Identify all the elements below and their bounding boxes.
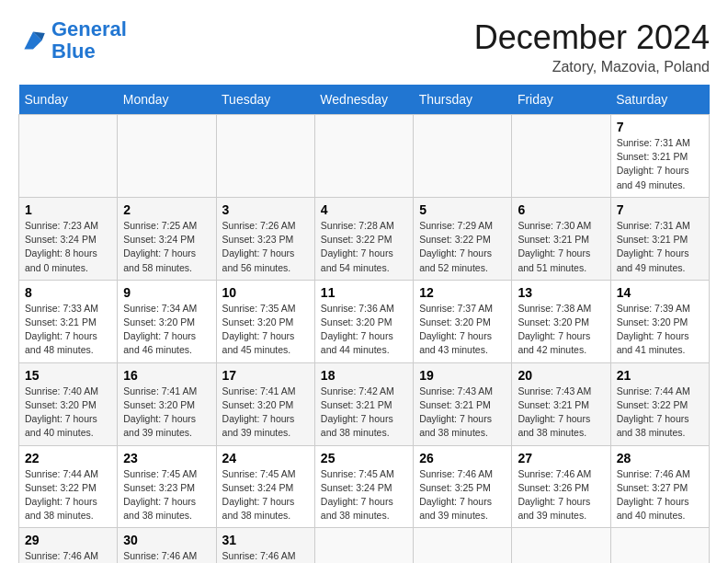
day-number: 20 (518, 368, 604, 383)
calendar-cell (610, 528, 709, 563)
day-number: 23 (123, 451, 210, 465)
day-info: Sunrise: 7:46 AMSunset: 3:27 PMDaylight:… (617, 467, 703, 523)
calendar-cell: 28Sunrise: 7:46 AMSunset: 3:27 PMDayligh… (610, 445, 709, 528)
day-header-wednesday: Wednesday (314, 85, 413, 115)
calendar-week-row: 22Sunrise: 7:44 AMSunset: 3:22 PMDayligh… (19, 445, 710, 528)
day-info: Sunrise: 7:25 AMSunset: 3:24 PMDaylight:… (123, 219, 210, 275)
calendar-table: SundayMondayTuesdayWednesdayThursdayFrid… (18, 85, 710, 563)
day-info: Sunrise: 7:42 AMSunset: 3:21 PMDaylight:… (321, 385, 407, 441)
day-info: Sunrise: 7:37 AMSunset: 3:20 PMDaylight:… (419, 302, 506, 358)
day-number: 1 (25, 202, 111, 217)
calendar-header-row: SundayMondayTuesdayWednesdayThursdayFrid… (19, 85, 710, 115)
logo: General Blue (18, 18, 127, 63)
day-info: Sunrise: 7:30 AMSunset: 3:21 PMDaylight:… (518, 219, 604, 275)
day-number: 10 (222, 285, 309, 300)
calendar-cell: 20Sunrise: 7:43 AMSunset: 3:21 PMDayligh… (512, 362, 610, 445)
calendar-cell: 17Sunrise: 7:41 AMSunset: 3:20 PMDayligh… (216, 362, 314, 445)
day-number: 17 (222, 368, 309, 383)
day-info: Sunrise: 7:36 AMSunset: 3:20 PMDaylight:… (321, 302, 407, 358)
day-header-monday: Monday (118, 85, 216, 115)
calendar-cell: 10Sunrise: 7:35 AMSunset: 3:20 PMDayligh… (216, 280, 314, 362)
logo-icon (18, 26, 48, 55)
calendar-cell: 7Sunrise: 7:31 AMSunset: 3:21 PMDaylight… (610, 115, 709, 198)
day-header-sunday: Sunday (19, 85, 118, 115)
day-number: 28 (617, 451, 703, 465)
day-info: Sunrise: 7:31 AMSunset: 3:21 PMDaylight:… (617, 219, 703, 275)
day-number: 2 (123, 202, 210, 217)
day-info: Sunrise: 7:41 AMSunset: 3:20 PMDaylight:… (123, 385, 210, 441)
calendar-cell (414, 528, 512, 563)
day-info: Sunrise: 7:33 AMSunset: 3:21 PMDaylight:… (25, 302, 111, 358)
day-number: 21 (617, 368, 703, 383)
calendar-cell: 22Sunrise: 7:44 AMSunset: 3:22 PMDayligh… (19, 445, 118, 528)
calendar-cell: 24Sunrise: 7:45 AMSunset: 3:24 PMDayligh… (216, 445, 314, 528)
location: Zatory, Mazovia, Poland (474, 59, 710, 75)
calendar-cell: 4Sunrise: 7:28 AMSunset: 3:22 PMDaylight… (314, 197, 413, 280)
day-info: Sunrise: 7:41 AMSunset: 3:20 PMDaylight:… (222, 385, 309, 441)
calendar-cell: 16Sunrise: 7:41 AMSunset: 3:20 PMDayligh… (118, 362, 216, 445)
day-number: 31 (222, 533, 309, 547)
day-info: Sunrise: 7:45 AMSunset: 3:24 PMDaylight:… (222, 467, 309, 523)
title-block: December 2024 Zatory, Mazovia, Poland (474, 18, 710, 75)
day-number: 19 (419, 368, 506, 383)
day-header-friday: Friday (512, 85, 610, 115)
day-header-thursday: Thursday (414, 85, 512, 115)
calendar-cell (19, 115, 118, 198)
day-number: 30 (123, 533, 210, 547)
day-number: 7 (617, 202, 703, 217)
calendar-cell: 21Sunrise: 7:44 AMSunset: 3:22 PMDayligh… (610, 362, 709, 445)
day-info: Sunrise: 7:44 AMSunset: 3:22 PMDaylight:… (25, 467, 111, 523)
calendar-week-row: 15Sunrise: 7:40 AMSunset: 3:20 PMDayligh… (19, 362, 710, 445)
calendar-cell (512, 115, 610, 198)
day-header-saturday: Saturday (610, 85, 709, 115)
logo-text: General Blue (51, 18, 127, 63)
calendar-cell: 29Sunrise: 7:46 AMSunset: 3:27 PMDayligh… (19, 528, 118, 563)
calendar-cell: 11Sunrise: 7:36 AMSunset: 3:20 PMDayligh… (314, 280, 413, 362)
day-info: Sunrise: 7:38 AMSunset: 3:20 PMDaylight:… (518, 302, 604, 358)
day-number: 12 (419, 285, 506, 300)
day-info: Sunrise: 7:40 AMSunset: 3:20 PMDaylight:… (25, 385, 111, 441)
calendar-cell: 3Sunrise: 7:26 AMSunset: 3:23 PMDaylight… (216, 197, 314, 280)
calendar-week-row: 1Sunrise: 7:23 AMSunset: 3:24 PMDaylight… (19, 197, 710, 280)
calendar-cell: 5Sunrise: 7:29 AMSunset: 3:22 PMDaylight… (414, 197, 512, 280)
calendar-cell: 1Sunrise: 7:23 AMSunset: 3:24 PMDaylight… (19, 197, 118, 280)
day-number: 8 (25, 285, 111, 300)
calendar-cell (314, 115, 413, 198)
day-info: Sunrise: 7:29 AMSunset: 3:22 PMDaylight:… (419, 219, 506, 275)
day-number: 25 (321, 451, 407, 465)
calendar-cell: 14Sunrise: 7:39 AMSunset: 3:20 PMDayligh… (610, 280, 709, 362)
calendar-cell: 9Sunrise: 7:34 AMSunset: 3:20 PMDaylight… (118, 280, 216, 362)
calendar-cell (314, 528, 413, 563)
calendar-cell: 15Sunrise: 7:40 AMSunset: 3:20 PMDayligh… (19, 362, 118, 445)
calendar-cell: 26Sunrise: 7:46 AMSunset: 3:25 PMDayligh… (414, 445, 512, 528)
day-number: 26 (419, 451, 506, 465)
day-info: Sunrise: 7:35 AMSunset: 3:20 PMDaylight:… (222, 302, 309, 358)
day-info: Sunrise: 7:43 AMSunset: 3:21 PMDaylight:… (518, 385, 604, 441)
day-number: 6 (518, 202, 604, 217)
day-number: 7 (617, 120, 703, 134)
calendar-cell: 7Sunrise: 7:31 AMSunset: 3:21 PMDaylight… (610, 197, 709, 280)
calendar-cell (414, 115, 512, 198)
day-info: Sunrise: 7:45 AMSunset: 3:24 PMDaylight:… (321, 467, 407, 523)
calendar-week-row: 7Sunrise: 7:31 AMSunset: 3:21 PMDaylight… (19, 115, 710, 198)
day-number: 27 (518, 451, 604, 465)
day-info: Sunrise: 7:43 AMSunset: 3:21 PMDaylight:… (419, 385, 506, 441)
calendar-cell: 19Sunrise: 7:43 AMSunset: 3:21 PMDayligh… (414, 362, 512, 445)
day-info: Sunrise: 7:46 AMSunset: 3:27 PMDaylight:… (25, 549, 111, 563)
calendar-cell (512, 528, 610, 563)
day-info: Sunrise: 7:34 AMSunset: 3:20 PMDaylight:… (123, 302, 210, 358)
day-info: Sunrise: 7:46 AMSunset: 3:28 PMDaylight:… (123, 549, 210, 563)
day-number: 4 (321, 202, 407, 217)
day-info: Sunrise: 7:23 AMSunset: 3:24 PMDaylight:… (25, 219, 111, 275)
calendar-cell: 27Sunrise: 7:46 AMSunset: 3:26 PMDayligh… (512, 445, 610, 528)
day-info: Sunrise: 7:26 AMSunset: 3:23 PMDaylight:… (222, 219, 309, 275)
day-number: 16 (123, 368, 210, 383)
day-number: 24 (222, 451, 309, 465)
calendar-week-row: 8Sunrise: 7:33 AMSunset: 3:21 PMDaylight… (19, 280, 710, 362)
day-info: Sunrise: 7:46 AMSunset: 3:25 PMDaylight:… (419, 467, 506, 523)
month-title: December 2024 (474, 18, 710, 57)
day-number: 5 (419, 202, 506, 217)
day-info: Sunrise: 7:44 AMSunset: 3:22 PMDaylight:… (617, 385, 703, 441)
day-number: 18 (321, 368, 407, 383)
calendar-cell: 12Sunrise: 7:37 AMSunset: 3:20 PMDayligh… (414, 280, 512, 362)
